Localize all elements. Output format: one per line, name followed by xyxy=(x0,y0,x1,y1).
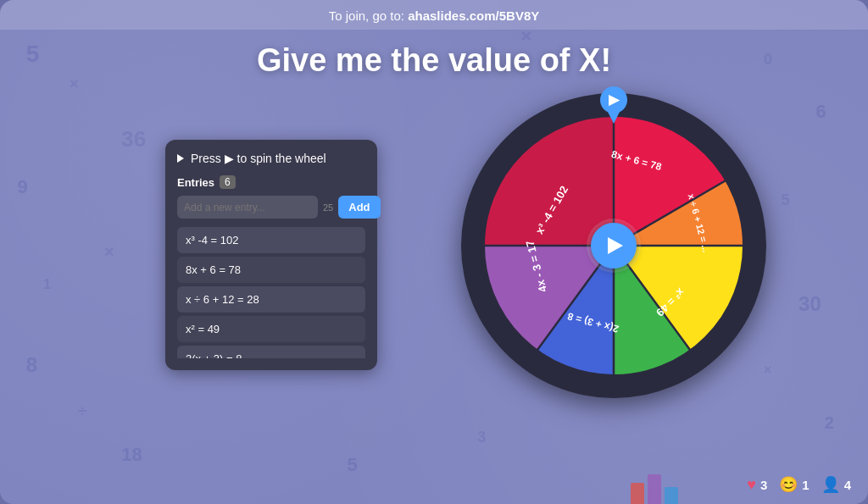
header-bar: To join, go to: ahaslides.com/5BV8Y xyxy=(0,0,868,30)
entries-list[interactable]: x³ -4 = 102 8x + 6 = 78 x ÷ 6 + 12 = 28 … xyxy=(177,227,365,358)
play-icon-small xyxy=(177,154,184,163)
input-row: 25 Add xyxy=(177,196,365,219)
list-item: x² = 49 xyxy=(177,316,365,342)
entry-input[interactable] xyxy=(177,196,318,219)
hearts-item: ♥ 3 xyxy=(747,476,767,494)
svg-marker-1 xyxy=(607,110,620,124)
char-count: 25 xyxy=(323,202,333,213)
emoji-count: 1 xyxy=(802,478,809,492)
participants-count: 4 xyxy=(844,478,851,492)
wheel-outer: ▶ xyxy=(461,93,766,398)
deco-bars xyxy=(631,470,698,504)
add-button[interactable]: Add xyxy=(338,196,380,219)
hearts-count: 3 xyxy=(760,478,767,492)
entries-row: Entries 6 xyxy=(177,175,365,189)
join-url: ahaslides.com/5BV8Y xyxy=(408,8,539,23)
spin-label: Press ▶ to spin the wheel xyxy=(191,152,326,165)
screen: 5 × 9 1 8 ÷ 36 × 18 0 6 5 30 × 2 × 3 5 7… xyxy=(0,0,868,504)
join-text: To join, go to: xyxy=(329,8,408,23)
wheel-pointer: ▶ xyxy=(598,86,629,127)
deco-bar-blue xyxy=(665,487,678,504)
list-item: 8x + 6 = 78 xyxy=(177,257,365,283)
panel-header: Press ▶ to spin the wheel xyxy=(177,152,365,165)
emoji-item: 😊 1 xyxy=(779,475,809,494)
list-item: 2(x + 3) = 8 xyxy=(177,346,365,358)
main-title: Give me the value of X! xyxy=(0,42,868,79)
deco-bar-red xyxy=(631,483,644,504)
wheel-play-button[interactable] xyxy=(591,223,637,269)
deco-bar-purple xyxy=(648,474,661,504)
status-bar: ♥ 3 😊 1 👤 4 xyxy=(747,475,851,494)
emoji-icon: 😊 xyxy=(779,475,798,494)
participants-item: 👤 4 xyxy=(821,475,851,494)
heart-icon: ♥ xyxy=(747,476,756,494)
play-triangle-icon xyxy=(608,237,623,254)
list-item: x ÷ 6 + 12 = 28 xyxy=(177,286,365,313)
svg-text:▶: ▶ xyxy=(609,92,620,107)
list-item: x³ -4 = 102 xyxy=(177,227,365,253)
person-icon: 👤 xyxy=(821,475,840,494)
entries-panel: Press ▶ to spin the wheel Entries 6 25 A… xyxy=(165,140,377,370)
wheel-container: ▶ xyxy=(461,93,766,398)
entries-label: Entries xyxy=(177,176,214,189)
entries-count: 6 xyxy=(220,175,236,189)
